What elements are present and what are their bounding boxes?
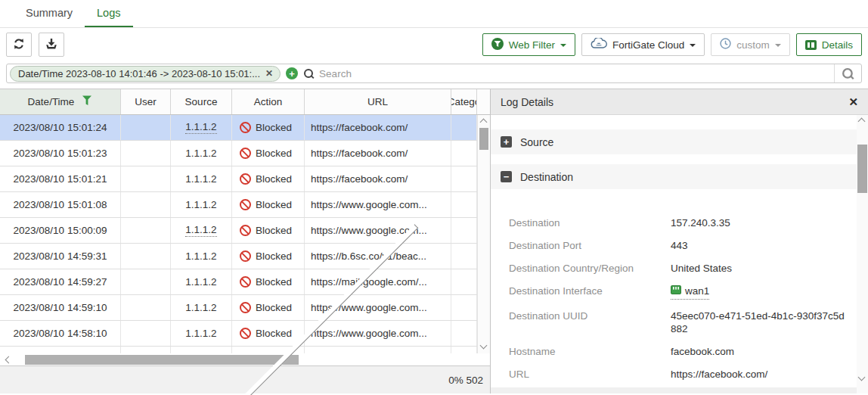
table-row[interactable]: 2023/08/10 14:58:10 1.1.1.2 Blocked http… — [0, 321, 490, 347]
scroll-left-icon[interactable] — [5, 356, 13, 364]
field-url: URL https://facebook.com/ — [509, 368, 868, 381]
prohibition-icon — [240, 122, 251, 133]
log-table-panel: Date/Time User Source Action URL Catego … — [0, 89, 490, 393]
filter-funnel-icon[interactable] — [82, 95, 92, 108]
table-row[interactable]: 2023/08/10 15:01:08 1.1.1.2 Blocked http… — [0, 192, 490, 218]
log-source-label: FortiGate Cloud — [612, 39, 684, 51]
toolbar-right-group: Web Filter FortiGate Cloud custom — [482, 33, 862, 56]
time-range-label: custom — [736, 39, 770, 51]
log-type-dropdown[interactable]: Web Filter — [482, 33, 575, 56]
prohibition-icon — [240, 199, 251, 210]
section-source[interactable]: + Source — [491, 129, 857, 154]
cloud-icon — [591, 38, 607, 51]
table-row[interactable] — [0, 347, 490, 353]
table-row[interactable]: 2023/08/10 15:01:21 1.1.1.2 Blocked http… — [0, 166, 490, 192]
prohibition-icon — [240, 302, 251, 313]
section-destination[interactable]: − Destination — [491, 164, 857, 189]
prohibition-icon — [240, 250, 251, 262]
scroll-up-icon[interactable] — [480, 119, 488, 126]
prohibition-icon — [240, 225, 251, 236]
table-header: Date/Time User Source Action URL Catego — [0, 89, 490, 115]
scrollbar-thumb[interactable] — [25, 355, 299, 365]
tab-summary[interactable]: Summary — [14, 0, 85, 27]
details-toggle-button[interactable]: Details — [796, 33, 862, 56]
collapse-icon[interactable]: − — [501, 171, 512, 182]
search-input[interactable] — [319, 68, 834, 79]
column-header-datetime[interactable]: Date/Time — [0, 89, 121, 114]
prohibition-icon — [240, 148, 251, 159]
column-header-category[interactable]: Catego — [451, 89, 477, 114]
scrollbar-corner — [477, 89, 490, 114]
refresh-icon — [13, 38, 25, 52]
columns-icon — [805, 40, 817, 50]
chip-close-icon[interactable]: ✕ — [265, 68, 273, 79]
table-horizontal-scrollbar[interactable] — [0, 353, 490, 366]
refresh-button[interactable] — [6, 33, 32, 57]
table-row[interactable]: 2023/08/10 14:59:10 1.1.1.2 Blocked http… — [0, 295, 490, 321]
field-destination-uuid: Destination UUID 45eec070-e471-51ed-4b1c… — [509, 309, 868, 335]
main-area: Date/Time User Source Action URL Catego … — [0, 89, 868, 393]
field-destination: Destination 157.240.3.35 — [509, 216, 868, 229]
filter-chip[interactable]: Date/Time 2023-08-10 14:01:46 -> 2023-08… — [10, 66, 281, 82]
search-icon — [303, 68, 315, 79]
ethernet-port-icon — [671, 285, 681, 297]
prohibition-icon — [240, 328, 251, 339]
details-vertical-scrollbar[interactable] — [857, 115, 868, 393]
toolbar: Web Filter FortiGate Cloud custom — [0, 28, 868, 61]
log-details-content: + Source − Destination Destination 157.2… — [491, 115, 868, 393]
column-header-url[interactable]: URL — [305, 89, 451, 114]
search-icon — [842, 67, 854, 79]
tab-bar: Summary Logs — [0, 0, 868, 28]
table-row[interactable]: 2023/08/10 15:00:09 1.1.1.2 Blocked http… — [0, 218, 490, 244]
scrollbar-thumb[interactable] — [857, 145, 867, 193]
scroll-up-icon[interactable] — [858, 118, 866, 126]
prohibition-icon — [240, 276, 251, 288]
log-details-header: Log Details ✕ — [491, 89, 868, 115]
table-vertical-scrollbar[interactable] — [477, 115, 490, 353]
section-source-label: Source — [520, 136, 553, 148]
field-destination-interface: Destination Interface — [509, 285, 868, 300]
close-icon[interactable]: ✕ — [848, 95, 858, 109]
log-details-panel: Log Details ✕ + Source − Destination Des… — [490, 89, 868, 393]
log-type-label: Web Filter — [509, 39, 555, 51]
chevron-down-icon — [775, 44, 781, 47]
table-row[interactable]: 2023/08/10 15:01:24 1.1.1.2 Blocked http… — [0, 115, 490, 141]
next-section-strip — [491, 387, 857, 393]
status-text: 0% 502 — [448, 375, 483, 386]
clock-icon — [720, 38, 731, 51]
column-header-source[interactable]: Source — [171, 89, 232, 114]
chevron-down-icon — [690, 44, 696, 47]
log-details-title: Log Details — [501, 96, 553, 108]
search-bar: Date/Time 2023-08-10 14:01:46 -> 2023-08… — [6, 64, 862, 83]
section-destination-label: Destination — [520, 171, 573, 183]
table-rows-viewport: 2023/08/10 15:01:24 1.1.1.2 Blocked http… — [0, 115, 490, 353]
details-label: Details — [822, 39, 853, 51]
web-filter-shield-icon — [491, 38, 504, 52]
time-range-dropdown[interactable]: custom — [711, 33, 790, 56]
destination-fields: Destination 157.240.3.35 Destination Por… — [491, 199, 868, 381]
search-submit-button[interactable] — [834, 64, 861, 82]
scroll-down-icon[interactable] — [858, 374, 866, 381]
chevron-down-icon — [560, 44, 566, 47]
status-bar: 0% 502 — [0, 366, 490, 393]
table-row[interactable]: 2023/08/10 14:59:27 1.1.1.2 Blocked http… — [0, 269, 490, 295]
field-destination-country: Destination Country/Region United States — [509, 262, 868, 275]
filter-chip-label: Date/Time 2023-08-10 14:01:46 -> 2023-08… — [18, 68, 260, 79]
column-header-action[interactable]: Action — [232, 89, 305, 114]
interface-link[interactable]: wan1 — [671, 285, 709, 300]
prohibition-icon — [240, 173, 251, 185]
add-filter-button[interactable]: + — [286, 67, 298, 79]
scrollbar-thumb[interactable] — [479, 128, 488, 150]
column-header-user[interactable]: User — [121, 89, 171, 114]
field-destination-port: Destination Port 443 — [509, 239, 868, 252]
download-icon — [45, 38, 57, 52]
field-hostname: Hostname facebook.com — [509, 345, 868, 358]
table-row[interactable]: 2023/08/10 14:59:31 1.1.1.2 Blocked http… — [0, 244, 490, 269]
scroll-down-icon[interactable] — [480, 342, 488, 350]
download-button[interactable] — [39, 33, 64, 57]
expand-icon[interactable]: + — [501, 136, 512, 148]
log-source-dropdown[interactable]: FortiGate Cloud — [581, 33, 705, 56]
table-row[interactable]: 2023/08/10 15:01:23 1.1.1.2 Blocked http… — [0, 141, 490, 166]
tab-logs[interactable]: Logs — [85, 0, 132, 27]
